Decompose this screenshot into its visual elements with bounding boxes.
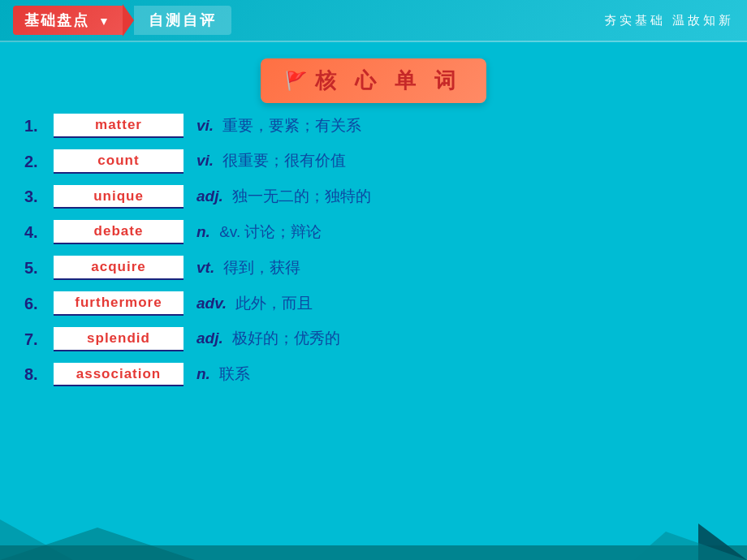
title-text: 核 心 单 词 [315,67,463,95]
vocab-item: 1. matter vi. 重要，要紧；有关系 [24,114,723,138]
title-box: 🚩 核 心 单 词 [261,58,487,103]
header-tag-text: 基础盘点 [24,12,89,28]
item-number-2: 2. [24,150,54,173]
header-subtitle: 自测自评 [134,6,231,35]
definition-6: adv. 此外，而且 [196,293,723,315]
definition-7: adj. 极好的；优秀的 [196,328,723,350]
definition-3: adj. 独一无二的；独特的 [196,186,723,208]
svg-marker-1 [0,528,195,560]
item-number-7: 7. [24,328,54,351]
definition-5: vt. 得到，获得 [196,257,723,279]
svg-marker-4 [633,532,747,560]
vocab-item: 7. splendid adj. 极好的；优秀的 [24,327,723,351]
pos-8: n. [196,365,210,382]
def-text-8: 联系 [219,365,250,382]
def-text-4: &v. 讨论；辩论 [219,223,322,240]
pos-3: adj. [196,187,223,205]
bottom-decoration [0,511,747,560]
answer-box-5: acquire [54,256,184,280]
def-text-6: 此外，而且 [235,295,313,312]
header-bar: 基础盘点 ▼ 自测自评 夯实基础 温故知新 [0,0,747,42]
header-right-text: 夯实基础 温故知新 [604,13,734,28]
answer-box-8: association [54,363,184,387]
pos-7: adj. [196,330,223,347]
item-number-3: 3. [24,185,54,208]
item-number-5: 5. [24,256,54,279]
header-tag: 基础盘点 ▼ [13,6,123,35]
svg-rect-2 [0,545,747,560]
answer-text-5: acquire [91,257,145,277]
def-text-3: 独一无二的；独特的 [232,187,371,205]
vocab-item: 3. unique adj. 独一无二的；独特的 [24,185,723,209]
header-arrow: ▼ [98,15,111,28]
answer-text-2: count [97,151,139,170]
answer-text-8: association [76,364,162,384]
answer-text-7: splendid [87,329,150,348]
pos-6: adv. [196,295,227,312]
header-left: 基础盘点 ▼ 自测自评 [13,4,231,37]
header-subtitle-text: 自测自评 [149,12,217,28]
vocab-item: 4. debate n. &v. 讨论；辩论 [24,220,723,244]
title-section: 🚩 核 心 单 词 [0,58,747,103]
item-number-6: 6. [24,292,54,315]
vocab-item: 5. acquire vt. 得到，获得 [24,256,723,280]
answer-box-6: furthermore [54,291,184,316]
definition-4: n. &v. 讨论；辩论 [196,222,723,243]
def-text-5: 得到，获得 [223,259,300,276]
def-text-2: 很重要；很有价值 [222,152,346,169]
header-slogan: 夯实基础 温故知新 [604,13,734,27]
vocab-list: 1. matter vi. 重要，要紧；有关系 2. count vi. 很重要… [24,114,723,398]
item-number-8: 8. [24,363,54,386]
pos-1: vi. [196,117,214,134]
vocab-item: 6. furthermore adv. 此外，而且 [24,291,723,316]
answer-text-3: unique [93,187,144,206]
answer-box-4: debate [54,220,184,244]
def-text-1: 重要，要紧；有关系 [222,117,361,134]
header-divider [123,4,134,37]
def-text-7: 极好的；优秀的 [232,330,340,347]
answer-box-1: matter [54,114,184,138]
svg-marker-3 [698,523,747,560]
answer-text-4: debate [94,222,144,241]
answer-text-6: furthermore [75,293,162,312]
item-number-4: 4. [24,221,54,243]
definition-8: n. 联系 [196,364,723,386]
answer-box-3: unique [54,185,184,209]
svg-marker-0 [0,519,73,560]
vocab-item: 2. count vi. 很重要；很有价值 [24,149,723,174]
pos-4: n. [196,223,210,240]
answer-box-2: count [54,149,184,174]
pos-5: vt. [196,259,214,276]
title-flag-icon: 🚩 [285,71,307,92]
definition-1: vi. 重要，要紧；有关系 [196,115,723,137]
vocab-item: 8. association n. 联系 [24,363,723,387]
definition-2: vi. 很重要；很有价值 [196,150,723,172]
answer-text-1: matter [95,115,142,135]
answer-box-7: splendid [54,327,184,351]
item-number-1: 1. [24,114,54,137]
pos-2: vi. [196,152,214,169]
